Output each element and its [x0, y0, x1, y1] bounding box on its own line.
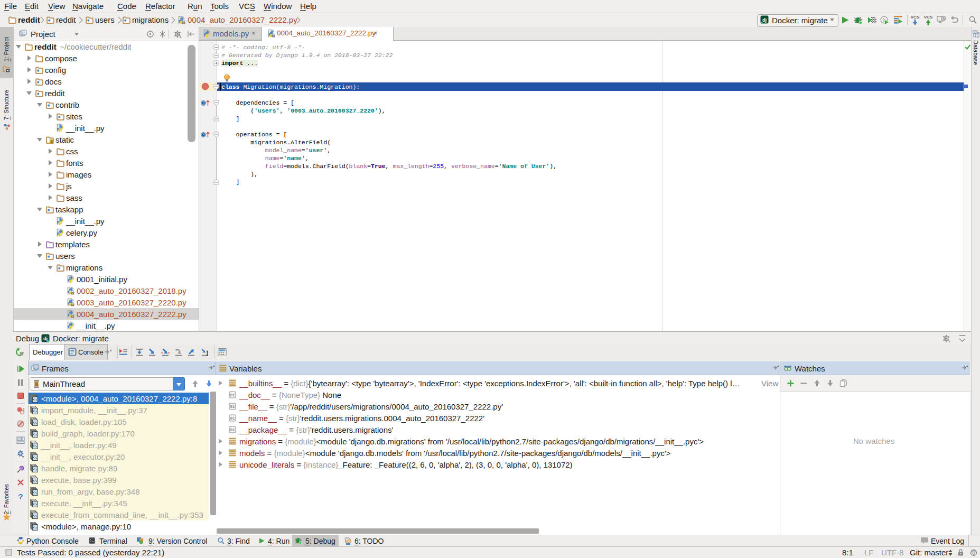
svg-text:01: 01: [230, 393, 235, 397]
svg-text:01: 01: [230, 428, 235, 432]
svg-text:VCS: VCS: [911, 15, 920, 20]
svg-text:01: 01: [230, 416, 235, 421]
svg-text:dj: dj: [43, 336, 48, 341]
svg-text:01: 01: [230, 405, 235, 409]
svg-text:VCS: VCS: [924, 15, 933, 20]
svg-text:?: ?: [18, 492, 23, 500]
svg-text:P: P: [22, 31, 25, 35]
svg-text:<>: <>: [34, 367, 39, 371]
svg-text:dj: dj: [762, 17, 767, 23]
